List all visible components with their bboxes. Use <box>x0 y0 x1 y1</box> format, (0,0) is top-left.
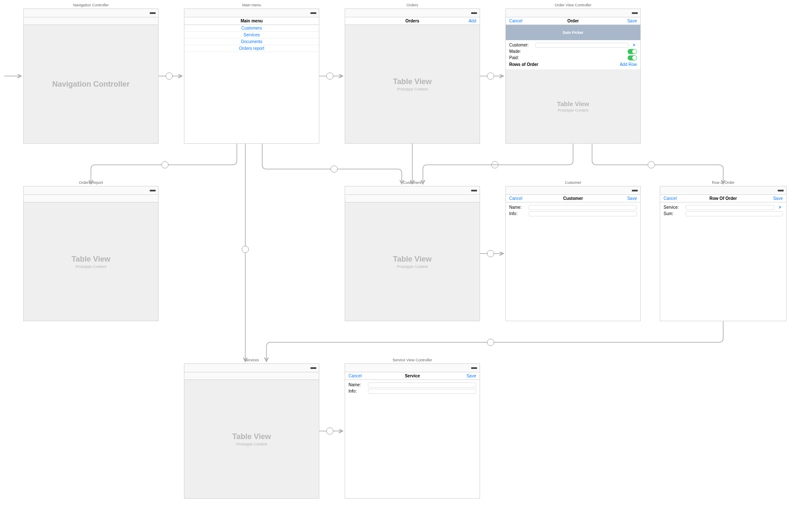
statusbar <box>506 9 640 17</box>
scene-customers: Customers Table View Prototype Content <box>345 186 480 321</box>
row-info: Info: <box>348 388 476 394</box>
battery-icon <box>310 367 316 369</box>
battery-icon <box>310 12 316 14</box>
nav-title: Customer <box>563 196 583 201</box>
placeholder-sub: Prototype Content <box>397 87 428 91</box>
label-customer: Customer: <box>509 43 533 47</box>
rows-subheader: Rows of Order Add Row <box>509 61 637 68</box>
row-customer: Customer: > <box>509 42 637 48</box>
scene-body: Table View Prototype Content <box>24 202 158 321</box>
input-info[interactable] <box>368 389 476 394</box>
toggle-paid[interactable] <box>628 55 637 60</box>
order-form: Customer: > Made: Paid: Rows of Order Ad… <box>506 40 640 69</box>
navbar: Main menu <box>184 17 319 25</box>
label-name: Name: <box>348 382 365 387</box>
scene-label: Customer <box>506 180 640 185</box>
toggle-made[interactable] <box>628 49 637 54</box>
scene-body: Table View Prototype Content <box>345 25 480 143</box>
placeholder-sub: Prototype Content <box>558 108 589 112</box>
menu-item-orders-report[interactable]: Orders report <box>184 45 319 52</box>
cancel-button[interactable]: Cancel <box>348 374 362 378</box>
placeholder-title: Table View <box>232 432 271 441</box>
placeholder-sub: Prototype Content <box>236 442 267 446</box>
input-service[interactable] <box>686 205 774 210</box>
menu-item-services[interactable]: Services <box>184 32 319 38</box>
scene-orders: Orders Orders Add Table View Prototype C… <box>345 8 480 144</box>
cancel-button[interactable]: Cancel <box>509 19 522 23</box>
row-name: Name: <box>509 204 637 210</box>
save-button[interactable]: Save <box>627 19 637 23</box>
scene-label: Order View Controller <box>506 3 640 7</box>
cancel-button[interactable]: Cancel <box>509 196 522 201</box>
scene-label: Orders <box>345 3 480 7</box>
scene-order-vc: Order View Controller Cancel Order Save … <box>505 8 641 144</box>
svg-point-10 <box>487 339 494 346</box>
nav-title: Service <box>405 374 420 378</box>
placeholder-title: Table View <box>557 100 589 107</box>
input-info[interactable] <box>529 211 637 216</box>
battery-icon <box>632 12 638 14</box>
row-made: Made: <box>509 48 637 55</box>
battery-icon <box>471 190 477 191</box>
navbar: Orders Add <box>345 17 480 25</box>
navbar-empty <box>24 195 158 202</box>
row-sum: Sum: <box>664 210 783 217</box>
customer-form-body: Name: Info: <box>506 202 640 321</box>
add-button[interactable]: Add <box>469 19 476 23</box>
placeholder-sub: Prototype Content <box>76 265 107 269</box>
cancel-button[interactable]: Cancel <box>664 196 677 201</box>
scene-row-of-order: Row of Order Cancel Row Of Order Save Se… <box>660 186 787 321</box>
row-paid: Paid: <box>509 55 637 61</box>
scene-label: Orders Report <box>24 180 158 185</box>
rows-title: Rows of Order <box>509 62 538 67</box>
input-sum[interactable] <box>686 211 783 216</box>
nav-title: Orders <box>406 19 420 23</box>
chevron-right-icon[interactable]: > <box>631 43 637 47</box>
scene-main-menu: Main menu Main menu Customers Services D… <box>184 8 319 144</box>
save-button[interactable]: Save <box>773 196 783 201</box>
battery-icon <box>150 12 156 14</box>
scene-customer: Customer Cancel Customer Save Name: Info… <box>505 186 641 321</box>
input-name[interactable] <box>368 382 476 388</box>
svg-point-0 <box>166 73 173 79</box>
customer-form: Name: Info: <box>506 202 640 218</box>
scene-service-vc: Service View Controller Cancel Service S… <box>345 363 480 499</box>
placeholder-title: Table View <box>393 77 431 86</box>
label-info: Info: <box>348 389 365 393</box>
add-row-button[interactable]: Add Row <box>620 62 637 67</box>
scene-body: Navigation Controller <box>24 25 158 143</box>
placeholder-sub: Prototype Content <box>397 265 428 269</box>
nav-title: Order <box>567 19 579 23</box>
placeholder-title: Table View <box>71 255 110 264</box>
date-picker[interactable]: Date Picker <box>506 25 640 40</box>
row-service: Service: > <box>664 204 783 210</box>
input-name[interactable] <box>529 205 637 210</box>
statusbar <box>660 186 786 195</box>
menu-item-customers[interactable]: Customers <box>184 25 319 32</box>
scene-label: Row of Order <box>660 180 786 185</box>
label-info: Info: <box>509 211 526 216</box>
navbar-empty <box>24 17 158 25</box>
statusbar <box>184 364 319 372</box>
row-form: Service: > Sum: <box>660 202 786 218</box>
statusbar <box>24 186 158 195</box>
save-button[interactable]: Save <box>627 196 637 201</box>
service-form-body: Name: Info: <box>345 380 480 498</box>
nav-title: Main menu <box>241 19 263 23</box>
label-sum: Sum: <box>664 211 683 216</box>
save-button[interactable]: Save <box>466 374 476 378</box>
battery-icon <box>471 367 477 369</box>
svg-point-7 <box>487 250 494 257</box>
svg-point-8 <box>242 246 249 253</box>
menu-body: Customers Services Documents Orders repo… <box>184 25 319 143</box>
scene-body: Table View Prototype Content <box>345 202 480 321</box>
scene-label: Services <box>184 358 319 362</box>
statusbar <box>506 186 640 195</box>
service-form: Name: Info: <box>345 380 480 396</box>
input-customer[interactable] <box>535 43 628 48</box>
navbar-empty <box>345 195 480 202</box>
menu-item-documents[interactable]: Documents <box>184 38 319 45</box>
svg-point-3 <box>162 161 168 168</box>
chevron-right-icon[interactable]: > <box>777 205 783 210</box>
label-service: Service: <box>664 205 683 210</box>
